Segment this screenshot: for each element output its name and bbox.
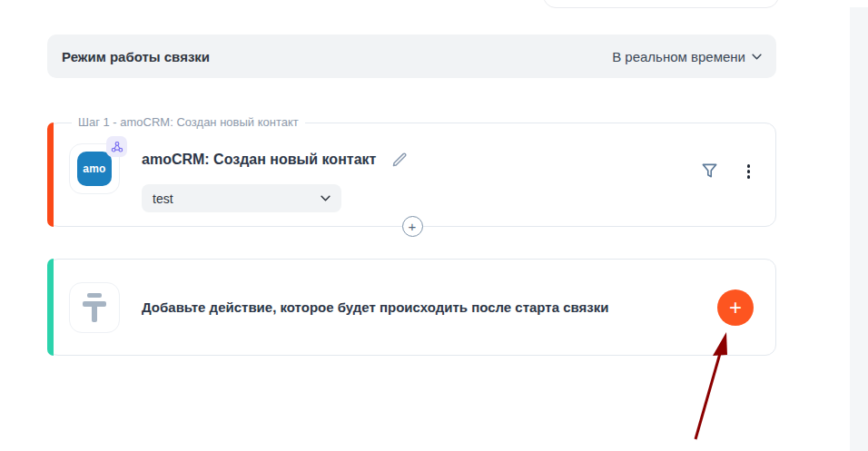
mode-bar: Режим работы связки В реальном времени xyxy=(47,34,776,78)
kebab-menu-button[interactable] xyxy=(745,162,753,181)
pencil-icon xyxy=(390,151,409,169)
funnel-icon xyxy=(701,162,718,180)
amocrm-logo-mark: amo xyxy=(77,152,112,186)
webhook-icon xyxy=(111,141,123,153)
step-1-accent-stripe xyxy=(47,123,54,227)
action-placeholder-icon-box xyxy=(69,282,120,333)
funnel-t-icon xyxy=(82,292,107,323)
workflow-page: Режим работы связки В реальном времени Ш… xyxy=(0,0,868,451)
add-action-button[interactable]: + xyxy=(717,289,754,326)
trigger-select-value: test xyxy=(153,191,173,206)
cropped-top-field[interactable] xyxy=(543,0,779,8)
filter-button[interactable] xyxy=(701,162,718,180)
add-action-message: Добавьте действие, которое будет происхо… xyxy=(142,260,609,355)
trigger-select[interactable]: test xyxy=(142,184,341,212)
action-accent-stripe xyxy=(47,259,54,356)
step-1-title-row: amoCRM: Создан новый контакт xyxy=(142,151,409,169)
mode-bar-label: Режим работы связки xyxy=(62,49,210,64)
mode-select[interactable]: В реальном времени xyxy=(612,49,762,64)
add-action-card: Добавьте действие, которое будет происхо… xyxy=(47,259,776,356)
webhook-badge xyxy=(106,136,127,157)
step-1-card: Шаг 1 - amoCRM: Создан новый контакт amo xyxy=(47,123,776,227)
edit-step-button[interactable] xyxy=(390,151,409,169)
chevron-down-icon xyxy=(752,54,762,60)
step-1-title: amoCRM: Создан новый контакт xyxy=(142,152,376,168)
chevron-down-icon xyxy=(321,195,330,201)
step-1-actions xyxy=(701,162,753,181)
amocrm-logo: amo xyxy=(69,143,120,194)
step-1-legend: Шаг 1 - amoCRM: Создан новый контакт xyxy=(72,115,305,129)
page-right-band xyxy=(850,7,868,451)
add-step-between-button[interactable]: + xyxy=(402,216,423,237)
mode-select-value: В реальном времени xyxy=(612,49,745,64)
